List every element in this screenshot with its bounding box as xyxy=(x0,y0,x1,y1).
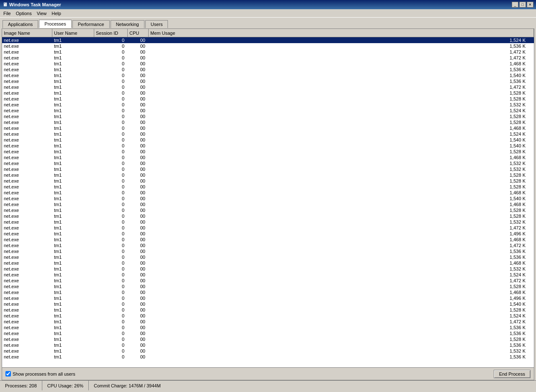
table-row[interactable]: net.exe tm1 0 00 1,536 K xyxy=(2,254,534,260)
table-row[interactable]: net.exe tm1 0 00 1,536 K xyxy=(2,78,534,84)
table-row[interactable]: net.exe tm1 0 00 1,468 K xyxy=(2,125,534,131)
cell-session: 0 xyxy=(94,96,128,101)
cell-session: 0 xyxy=(94,184,128,189)
table-row[interactable]: net.exe tm1 0 00 1,524 K xyxy=(2,272,534,278)
process-list[interactable]: net.exe tm1 0 00 1,524 K net.exe tm1 0 0… xyxy=(2,37,534,367)
menu-view[interactable]: View xyxy=(34,10,49,17)
table-row[interactable]: net.exe tm1 0 00 1,472 K xyxy=(2,242,534,248)
table-row[interactable]: net.exe tm1 0 00 1,536 K xyxy=(2,342,534,348)
table-row[interactable]: net.exe tm1 0 00 1,536 K xyxy=(2,43,534,49)
table-row[interactable]: net.exe tm1 0 00 1,468 K xyxy=(2,155,534,160)
table-row[interactable]: net.exe tm1 0 00 1,468 K xyxy=(2,260,534,266)
table-row[interactable]: net.exe tm1 0 00 1,532 K xyxy=(2,160,534,166)
table-row[interactable]: net.exe tm1 0 00 1,496 K xyxy=(2,295,534,301)
tab-applications[interactable]: Applications xyxy=(3,20,38,28)
cell-image: net.exe xyxy=(2,331,52,336)
table-row[interactable]: net.exe tm1 0 00 1,472 K xyxy=(2,225,534,231)
table-row[interactable]: net.exe tm1 0 00 1,532 K xyxy=(2,348,534,354)
table-row[interactable]: net.exe tm1 0 00 1,472 K xyxy=(2,278,534,284)
table-row[interactable]: net.exe tm1 0 00 1,468 K xyxy=(2,61,534,67)
col-header-cpu[interactable]: CPU xyxy=(128,29,149,37)
cell-cpu: 00 xyxy=(128,284,149,289)
table-row[interactable]: net.exe tm1 0 00 1,528 K xyxy=(2,207,534,213)
cell-image: net.exe xyxy=(2,237,52,242)
table-row[interactable]: net.exe tm1 0 00 1,528 K xyxy=(2,149,534,155)
table-row[interactable]: net.exe tm1 0 00 1,536 K xyxy=(2,248,534,254)
table-row[interactable]: net.exe tm1 0 00 1,536 K xyxy=(2,325,534,330)
table-row[interactable]: net.exe tm1 0 00 1,528 K xyxy=(2,113,534,119)
cell-user: tm1 xyxy=(52,96,94,101)
table-row[interactable]: net.exe tm1 0 00 1,528 K xyxy=(2,284,534,289)
table-row[interactable]: net.exe tm1 0 00 1,528 K xyxy=(2,307,534,313)
table-row[interactable]: net.exe tm1 0 00 1,468 K xyxy=(2,201,534,207)
menu-file[interactable]: File xyxy=(1,10,13,17)
cell-image: net.exe xyxy=(2,225,52,230)
table-row[interactable]: net.exe tm1 0 00 1,472 K xyxy=(2,49,534,55)
cell-session: 0 xyxy=(94,49,128,54)
table-row[interactable]: net.exe tm1 0 00 1,528 K xyxy=(2,90,534,96)
cell-mem: 1,524 K xyxy=(149,313,534,318)
cell-session: 0 xyxy=(94,90,128,95)
table-row[interactable]: net.exe tm1 0 00 1,524 K xyxy=(2,37,534,43)
menu-options[interactable]: Options xyxy=(13,10,34,17)
table-row[interactable]: net.exe tm1 0 00 1,532 K xyxy=(2,102,534,108)
table-row[interactable]: net.exe tm1 0 00 1,540 K xyxy=(2,137,534,143)
minimize-button[interactable]: _ xyxy=(512,2,518,8)
cell-image: net.exe xyxy=(2,149,52,154)
cell-user: tm1 xyxy=(52,231,94,236)
table-row[interactable]: net.exe tm1 0 00 1,540 K xyxy=(2,301,534,307)
cell-image: net.exe xyxy=(2,296,52,301)
cell-image: net.exe xyxy=(2,155,52,160)
cell-image: net.exe xyxy=(2,178,52,183)
cell-session: 0 xyxy=(94,137,128,142)
tab-performance[interactable]: Performance xyxy=(72,20,110,28)
cell-user: tm1 xyxy=(52,161,94,166)
tab-bar: Applications Processes Performance Netwo… xyxy=(0,18,536,28)
table-row[interactable]: net.exe tm1 0 00 1,528 K xyxy=(2,119,534,125)
tab-processes[interactable]: Processes xyxy=(39,20,71,28)
table-row[interactable]: net.exe tm1 0 00 1,524 K xyxy=(2,313,534,319)
table-row[interactable]: net.exe tm1 0 00 1,496 K xyxy=(2,231,534,237)
cell-cpu: 00 xyxy=(128,337,149,342)
close-button[interactable]: ✕ xyxy=(527,2,533,8)
table-row[interactable]: net.exe tm1 0 00 1,540 K xyxy=(2,143,534,149)
col-header-mem[interactable]: Mem Usage xyxy=(149,29,534,37)
table-row[interactable]: net.exe tm1 0 00 1,536 K xyxy=(2,354,534,360)
table-row[interactable]: net.exe tm1 0 00 1,528 K xyxy=(2,213,534,219)
menu-help[interactable]: Help xyxy=(49,10,64,17)
table-row[interactable]: net.exe tm1 0 00 1,468 K xyxy=(2,190,534,196)
cell-cpu: 00 xyxy=(128,202,149,207)
show-all-users-label[interactable]: Show processes from all users xyxy=(13,371,75,377)
cell-mem: 1,472 K xyxy=(149,225,534,230)
show-all-users-checkbox[interactable] xyxy=(5,371,11,377)
table-row[interactable]: net.exe tm1 0 00 1,536 K xyxy=(2,67,534,72)
table-row[interactable]: net.exe tm1 0 00 1,532 K xyxy=(2,219,534,225)
table-row[interactable]: net.exe tm1 0 00 1,536 K xyxy=(2,330,534,336)
table-row[interactable]: net.exe tm1 0 00 1,468 K xyxy=(2,237,534,242)
table-row[interactable]: net.exe tm1 0 00 1,472 K xyxy=(2,84,534,90)
cell-image: net.exe xyxy=(2,73,52,78)
cell-user: tm1 xyxy=(52,354,94,359)
table-row[interactable]: net.exe tm1 0 00 1,532 K xyxy=(2,266,534,272)
table-row[interactable]: net.exe tm1 0 00 1,532 K xyxy=(2,166,534,172)
table-row[interactable]: net.exe tm1 0 00 1,528 K xyxy=(2,184,534,190)
table-row[interactable]: net.exe tm1 0 00 1,472 K xyxy=(2,319,534,325)
table-row[interactable]: net.exe tm1 0 00 1,468 K xyxy=(2,289,534,295)
col-header-session[interactable]: Session ID xyxy=(94,29,128,37)
table-row[interactable]: net.exe tm1 0 00 1,528 K xyxy=(2,172,534,178)
tab-users[interactable]: Users xyxy=(145,20,168,28)
table-row[interactable]: net.exe tm1 0 00 1,528 K xyxy=(2,336,534,342)
table-row[interactable]: net.exe tm1 0 00 1,524 K xyxy=(2,131,534,137)
maximize-button[interactable]: □ xyxy=(519,2,526,8)
col-header-image[interactable]: Image Name xyxy=(2,29,52,37)
table-row[interactable]: net.exe tm1 0 00 1,472 K xyxy=(2,55,534,61)
cell-cpu: 00 xyxy=(128,161,149,166)
table-row[interactable]: net.exe tm1 0 00 1,540 K xyxy=(2,196,534,201)
table-row[interactable]: net.exe tm1 0 00 1,540 K xyxy=(2,72,534,78)
col-header-user[interactable]: User Name xyxy=(52,29,94,37)
end-process-button[interactable]: End Process xyxy=(494,370,531,378)
table-row[interactable]: net.exe tm1 0 00 1,524 K xyxy=(2,108,534,113)
table-row[interactable]: net.exe tm1 0 00 1,528 K xyxy=(2,96,534,102)
tab-networking[interactable]: Networking xyxy=(111,20,144,28)
table-row[interactable]: net.exe tm1 0 00 1,528 K xyxy=(2,178,534,184)
